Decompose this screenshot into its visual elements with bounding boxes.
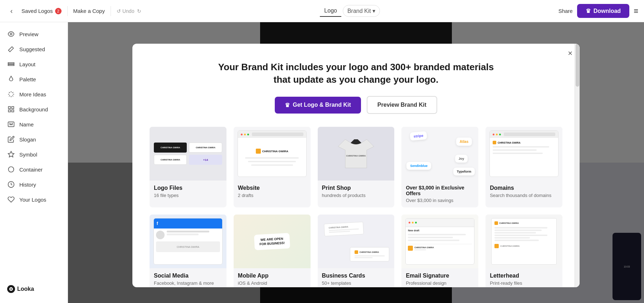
undo-button[interactable]: ↺ Undo [117, 8, 134, 14]
logo-files-image: CHRISTINA GWIRA CHRISTINA GWIRA CHRISTIN… [150, 127, 226, 181]
sidebar-item-slogan[interactable]: Slogan [0, 132, 68, 147]
atlas-label: Atlas [460, 140, 468, 144]
dom-name: CHRISTINA GWIRA [498, 141, 521, 144]
site-line2 [248, 161, 296, 162]
email-sig-icon [408, 246, 413, 251]
looka-wordmark: Looka [17, 286, 34, 292]
fb-header: f [154, 218, 222, 229]
back-button[interactable]: ‹ [6, 5, 17, 17]
print-shop-subtitle: hundreds of products [322, 193, 390, 198]
brand-card-print-shop[interactable]: CHRISTINA GWIRA Print Shop hundreds of p… [318, 127, 395, 207]
font-icon [7, 120, 15, 128]
brand-card-business-cards[interactable]: CHRISTINA GWIRA CHRISTINA GWIRA [318, 215, 395, 287]
svg-rect-5 [12, 107, 14, 109]
sidebar-item-palette[interactable]: Palette [0, 72, 68, 87]
email-body: New draft CHRISTINA GWIRA [406, 227, 474, 264]
domain-browser-bar [490, 131, 558, 138]
looka-logo: Looka [7, 285, 34, 293]
logo-tab[interactable]: Logo [320, 5, 341, 17]
atlas-chip: Atlas [456, 138, 472, 146]
promo-sign: WE ARE OPENFOR BUSINESS! [254, 233, 290, 250]
sendinblue-label: Sendinblue [410, 164, 428, 168]
biz-line2 [329, 231, 350, 233]
sidebar-item-container[interactable]: Container [0, 162, 68, 177]
wand-icon [7, 45, 15, 53]
sidebar-item-background[interactable]: Background [0, 102, 68, 117]
brand-card-letterhead[interactable]: CHRISTINA GWIRA [486, 215, 562, 287]
crown-icon-btn: ♛ [285, 102, 290, 109]
website-title: Website [238, 185, 306, 191]
biz-logo-name: CHRISTINA GWIRA [360, 251, 379, 253]
sidebar-label-suggested: Suggested [19, 46, 45, 52]
saved-logos-link[interactable]: Saved Logos 2 [21, 8, 62, 14]
stripe-label: stripe [414, 134, 424, 138]
modal-scrollbar[interactable] [575, 44, 580, 287]
dom-dot-r [493, 134, 494, 135]
sidebar-item-more-ideas[interactable]: More Ideas [0, 87, 68, 102]
get-kit-button[interactable]: ♛ Get Logo & Brand Kit [275, 97, 361, 114]
saved-logos-label: Saved Logos [21, 8, 53, 14]
biz-line3 [355, 255, 385, 256]
website-body: CHRISTINA GWIRA [238, 138, 306, 177]
sidebar-label-slogan: Slogan [19, 136, 36, 143]
sidebar-item-history[interactable]: History [0, 177, 68, 192]
domain-url [504, 133, 555, 136]
logo-files-subtitle: 16 file types [154, 193, 222, 198]
brand-card-mobile[interactable]: WE ARE OPENFOR BUSINESS! Mobile App iOS … [234, 215, 311, 287]
letter-line4 [494, 235, 547, 236]
email-dot-y [412, 222, 414, 223]
undo-redo-group: ↺ Undo ↻ [117, 8, 141, 14]
sidebar-label-layout: Layout [19, 61, 35, 67]
dom-line2 [493, 149, 537, 151]
sidebar-label-palette: Palette [19, 76, 36, 82]
letter-line6 [494, 240, 538, 241]
sidebar-item-your-logos[interactable]: Your Logos [0, 192, 68, 207]
fb-logo-placeholder: CHRISTINA GWIRA [177, 246, 199, 248]
sidebar-label-your-logos: Your Logos [19, 197, 46, 203]
dom-dot-y [496, 134, 498, 135]
sidebar-item-layout[interactable]: Layout [0, 57, 68, 72]
brand-card-logo-files[interactable]: CHRISTINA GWIRA CHRISTINA GWIRA CHRISTIN… [150, 127, 226, 207]
logo-files-title: Logo Files [154, 185, 222, 191]
modal-close-button[interactable]: × [568, 49, 572, 58]
email-info: Email Signature Professional design [401, 268, 478, 287]
back-icon: ‹ [10, 7, 13, 15]
dot-red [241, 134, 243, 135]
domains-subtitle: Search thousands of domains [490, 193, 558, 198]
letter-line2 [494, 230, 542, 231]
brand-card-offers[interactable]: stripe Atlas Sendinblue Typeform [401, 127, 478, 207]
fb-icon: f [157, 221, 158, 226]
make-copy-button[interactable]: Make a Copy [73, 8, 105, 14]
sidebar-item-name[interactable]: Name [0, 117, 68, 132]
mobile-info: Mobile App iOS & Android [234, 268, 311, 287]
offers-image: stripe Atlas Sendinblue Typeform [401, 127, 478, 181]
sidebar-item-preview[interactable]: Preview [0, 27, 68, 42]
site-line3 [251, 164, 293, 166]
brand-card-website[interactable]: CHRISTINA GWIRA Website [234, 127, 311, 207]
circle-icon [7, 165, 15, 173]
modal-scrollbar-thumb [576, 44, 579, 87]
domain-body: CHRISTINA GWIRA [490, 138, 558, 157]
joy-chip: Joy [455, 155, 468, 163]
sidebar-item-suggested[interactable]: Suggested [0, 42, 68, 57]
brand-card-email[interactable]: New draft CHRISTINA GWIRA [401, 215, 478, 287]
logo-chip-white: CHRISTINA GWIRA [189, 143, 222, 153]
brand-card-domains[interactable]: CHRISTINA GWIRA Domains Search thousan [486, 127, 562, 207]
divider2 [111, 6, 111, 16]
social-subtitle: Facebook, Instagram & more [154, 280, 222, 286]
share-button[interactable]: Share [558, 8, 573, 14]
redo-button[interactable]: ↻ [137, 8, 141, 14]
preview-kit-button[interactable]: Preview Brand Kit [367, 96, 437, 114]
svg-rect-7 [12, 110, 14, 112]
download-button[interactable]: ♛ Download [577, 4, 629, 18]
redo-icon: ↻ [137, 8, 141, 14]
brand-kit-tab[interactable]: Brand Kit ▾ [343, 5, 380, 17]
brand-card-social[interactable]: f [150, 215, 226, 287]
saved-logos-badge: 2 [55, 8, 62, 14]
sidebar-label-preview: Preview [19, 31, 38, 37]
browser-url [252, 133, 303, 136]
menu-button[interactable]: ≡ [634, 6, 638, 16]
website-content: CHRISTINA GWIRA [241, 147, 303, 167]
logo-chip-more: +14 [189, 155, 222, 165]
sidebar-item-symbol[interactable]: Symbol [0, 147, 68, 162]
